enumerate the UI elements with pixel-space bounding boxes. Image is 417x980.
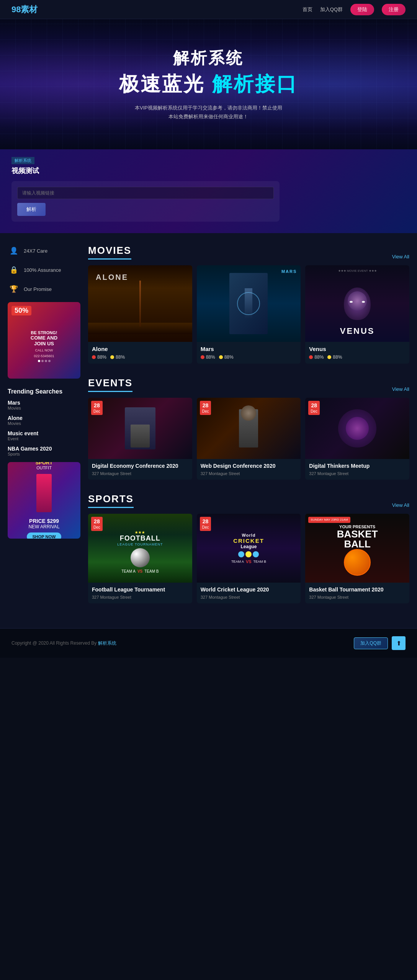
events-section: EVENTS View All 28 Dec xyxy=(88,377,409,480)
content-area: MOVIES View All ALONE Alone xyxy=(88,245,409,617)
sports-info-cricket: World Cricket League 2020 327 Montague S… xyxy=(197,583,301,603)
event-address-3: 327 Montague Street xyxy=(309,471,406,476)
sports-section: SPORTS View All 28 Dec ★★★ FOOTBALL xyxy=(88,493,409,603)
trending-nba-cat: Sports xyxy=(8,452,80,456)
site-header: 98素材 首页 加入QQ群 登陆 注册 xyxy=(0,0,417,19)
footer-brand-link[interactable]: 解析系统 xyxy=(98,640,116,646)
logo: 98素材 xyxy=(11,4,38,15)
sports-card-cricket[interactable]: 28 Dec World CRICKET League xyxy=(197,514,301,603)
footer-join-qq-button[interactable]: 加入QQ群 xyxy=(354,637,388,649)
movies-section-header: MOVIES View All xyxy=(88,245,409,260)
sports-info-football: Football League Tournament 327 Montague … xyxy=(88,583,192,603)
movie-poster-venus: VENUS ★★★ MOVIE EVENT ★★★ xyxy=(305,265,409,342)
events-grid: 28 Dec Digital Economy Conference 2020 3… xyxy=(88,398,409,480)
sports-image-basketball: SUNDAY MAY 23RD 21AM YOUR PRESENTS BASKE… xyxy=(305,514,409,583)
ad-dots xyxy=(38,360,51,362)
sidebar-feature-promise: 🏆 Our Promise xyxy=(8,283,80,295)
ad2-outfit: OUTFIT xyxy=(36,466,52,470)
trending-item-alone[interactable]: Alone Movies xyxy=(8,415,80,426)
event-title-3: Digital Thinkers Meetup xyxy=(309,463,406,469)
dot-4 xyxy=(48,360,51,362)
sports-section-header: SPORTS View All xyxy=(88,493,409,508)
video-url-input[interactable] xyxy=(17,187,274,199)
yellow-dot-alone xyxy=(110,355,114,359)
trending-item-mars[interactable]: Mars Movies xyxy=(8,400,80,410)
parse-button[interactable]: 解析 xyxy=(17,203,46,216)
sidebar-ad-1[interactable]: 50% BE STRONG! COME AND JOIN US CALL NOW… xyxy=(8,302,80,379)
event-info-2: Web Design Conference 2020 327 Montague … xyxy=(197,459,301,480)
sports-card-football[interactable]: 28 Dec ★★★ FOOTBALL LEAGUE TOURNAMENT TE… xyxy=(88,514,192,603)
sports-image-football: 28 Dec ★★★ FOOTBALL LEAGUE TOURNAMENT TE… xyxy=(88,514,192,583)
sports-card-basketball[interactable]: SUNDAY MAY 23RD 21AM YOUR PRESENTS BASKE… xyxy=(305,514,409,603)
sports-view-all[interactable]: View All xyxy=(392,502,409,508)
movies-view-all[interactable]: View All xyxy=(392,254,409,260)
ad2-price: PRICE $299 xyxy=(29,518,59,524)
rating-yellow-venus: 88% xyxy=(327,354,342,360)
movie-ratings-mars: 88% 88% xyxy=(201,354,297,360)
sports-grid: 28 Dec ★★★ FOOTBALL LEAGUE TOURNAMENT TE… xyxy=(88,514,409,603)
movie-card-mars[interactable]: MARS Mars 88% 88% xyxy=(197,265,301,364)
trending-music-name: Music event xyxy=(8,430,80,436)
basketball-poster-bg: SUNDAY MAY 23RD 21AM YOUR PRESENTS BASKE… xyxy=(305,514,409,583)
hero-title2: 极速蓝光 解析接口 xyxy=(119,71,298,98)
nav-home[interactable]: 首页 xyxy=(303,6,312,13)
login-button[interactable]: 登陆 xyxy=(350,4,374,15)
sports-date-3: SUNDAY MAY 23RD 21AM xyxy=(308,517,350,523)
event-image-3: 28 Dec xyxy=(305,398,409,459)
movie-title-venus: Venus xyxy=(309,346,406,352)
sidebar-ad-2[interactable]: SPORT OUTFIT PRICE $299 NEW ARRIVAL SHOP… xyxy=(8,462,80,539)
movie-poster-mars: MARS xyxy=(197,265,301,342)
sports-date-2: 28 Dec xyxy=(200,517,211,531)
nav-join-qq[interactable]: 加入QQ群 xyxy=(320,6,343,13)
alone-poster-title: ALONE xyxy=(96,273,128,282)
sidebar-feature-care: 👤 24X7 Care xyxy=(8,245,80,257)
yellow-dot-venus xyxy=(327,355,331,359)
footer-fab-button[interactable]: ⬆ xyxy=(392,636,406,650)
sidebar-feature-assurance: 🔒 100% Assurance xyxy=(8,264,80,276)
movie-info-venus: Venus 88% 88% xyxy=(305,342,409,364)
video-test-section: 解析系统 视频测试 解析 xyxy=(0,149,417,233)
video-test-label: 解析系统 xyxy=(11,157,34,164)
event-title-2: Web Design Conference 2020 xyxy=(201,463,297,469)
dot-2 xyxy=(41,360,44,362)
ad-discount-badge: 50% xyxy=(11,306,31,315)
ad-phone: 022-5345601 xyxy=(34,354,54,358)
movie-card-alone[interactable]: ALONE Alone 88% xyxy=(88,265,192,364)
register-button[interactable]: 注册 xyxy=(382,4,406,15)
red-dot-mars xyxy=(201,355,204,359)
movies-section: MOVIES View All ALONE Alone xyxy=(88,245,409,364)
movie-card-venus[interactable]: VENUS ★★★ MOVIE EVENT ★★★ Venus 88% xyxy=(305,265,409,364)
trending-alone-name: Alone xyxy=(8,415,80,421)
ad-text2: COME AND xyxy=(31,335,57,341)
red-dot-alone xyxy=(92,355,96,359)
ad2-new: NEW ARRIVAL xyxy=(28,524,59,529)
sidebar-ad-2-image: SPORT OUTFIT PRICE $299 NEW ARRIVAL SHOP… xyxy=(8,462,80,539)
sports-title-basketball: Basket Ball Tournament 2020 xyxy=(309,586,406,593)
trending-mars-name: Mars xyxy=(8,400,80,406)
sidebar-ad-1-image: 50% BE STRONG! COME AND JOIN US CALL NOW… xyxy=(8,302,80,379)
rating-yellow-alone: 88% xyxy=(110,354,125,360)
sports-date-1: 28 Dec xyxy=(91,517,103,531)
sports-title: SPORTS xyxy=(88,493,134,508)
footer-copyright: Copyright @ 2020 All Rights Reserved By … xyxy=(11,640,116,647)
events-view-all[interactable]: View All xyxy=(392,386,409,392)
trending-music-cat: Event xyxy=(8,436,80,441)
hero-title2-part1: 极速蓝光 xyxy=(119,73,205,95)
footer-actions: 加入QQ群 ⬆ xyxy=(354,636,406,650)
trending-nba-name: NBA Games 2020 xyxy=(8,446,80,452)
sidebar: 👤 24X7 Care 🔒 100% Assurance 🏆 Our Promi… xyxy=(8,245,80,617)
yellow-dot-mars xyxy=(219,355,223,359)
event-image-2: 28 Dec xyxy=(197,398,301,459)
sports-title-football: Football League Tournament xyxy=(92,586,188,593)
trending-item-nba[interactable]: NBA Games 2020 Sports xyxy=(8,446,80,456)
rating-red-mars: 88% xyxy=(201,354,215,360)
event-card-digital-economy[interactable]: 28 Dec Digital Economy Conference 2020 3… xyxy=(88,398,192,480)
ad2-shop-button[interactable]: SHOP NOW xyxy=(27,532,62,539)
event-card-digital-thinkers[interactable]: 28 Dec Digital Thinkers Meetup 327 Monta… xyxy=(305,398,409,480)
trending-item-music[interactable]: Music event Event xyxy=(8,430,80,441)
event-date-3: 28 Dec xyxy=(308,401,320,415)
video-test-title: 视频测试 xyxy=(11,166,406,175)
movie-poster-alone: ALONE xyxy=(88,265,192,342)
event-card-web-design[interactable]: 28 Dec Web Design Conference 2020 327 Mo… xyxy=(197,398,301,480)
hero-content: 解析系统 极速蓝光 解析接口 本VIP视频解析系统仅用于学习交流参考，请勿非法商… xyxy=(119,47,298,121)
